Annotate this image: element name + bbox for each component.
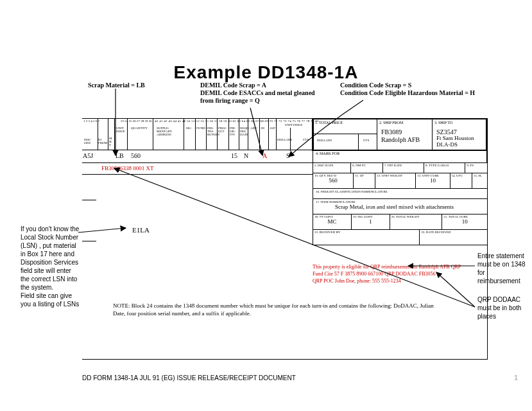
lbl-doc-oer: DOC OER [84, 138, 91, 144]
rb-row-1: 5. DOC DATE 6. NM FC 7. FRT RATE 8. TYPE… [313, 163, 487, 173]
cell-ty-cont: 18. TY CONTMC [313, 214, 352, 229]
reimbursement-statement: This property is eligible for QRP reimbu… [313, 263, 487, 284]
page-number: 1 [514, 374, 518, 381]
lbl-cts: CTS [303, 138, 309, 141]
doc-number-row: FB30566338 0001 XT [82, 163, 313, 175]
header-row: 1 2 3 4 5 6 7 23 24 25 26 27 28 29 30 40… [82, 118, 487, 150]
callout-scrap-material: Scrap Material = LB [88, 82, 145, 89]
val-lb: LB [116, 152, 124, 159]
right-detail-block: 5. DOC DATE 6. NM FC 7. FRT RATE 8. TYPE… [313, 163, 487, 245]
cell-type-cargo: 8. TYPE CARGO [424, 163, 465, 173]
left-stub-1 [82, 175, 96, 200]
lbl-reqd: REQD DEL DATE [240, 127, 249, 136]
val-item-nomen: Scrap Metal, iron and steel mixed with a… [316, 204, 485, 210]
cell-total-weight: 20. TOTAL WEIGHT [390, 214, 443, 229]
lbl-cts2: CTS [363, 139, 369, 142]
val-ship-from-code: FB3089 [381, 128, 402, 136]
cell-unit-weight: 12. UNIT WEIGHT [375, 173, 416, 188]
cell-received-by: 22. RECEIVED BY [313, 230, 420, 245]
mark-for-box: 4. MARK FOR [313, 150, 487, 163]
cell-item-nomen: 17. ITEM NOMENCLATURE Scrap Metal, iron … [313, 199, 487, 214]
val-qty: 560 [131, 152, 141, 159]
val-a5j: A5J [83, 152, 93, 159]
rb-row-6: 22. RECEIVED BY 23. DATE RECEIVED [313, 230, 487, 245]
val-ship-to-extra: DLA-DS [436, 141, 458, 148]
lbl-op: O/P [270, 127, 275, 130]
lbl-qty: QUANTITY [131, 127, 148, 130]
form-footer: DD FORM 1348-1A JUL 91 (EG) ISSUE RELEAS… [82, 374, 296, 381]
rb-row-2: 10. QTY. REC'D560 11. UP 12. UNIT WEIGHT… [313, 173, 487, 189]
cell-nmfc: 6. NM FC [351, 163, 382, 173]
col-nums-mid: 23 24 25 26 27 28 29 30 [121, 119, 152, 123]
lbl-dollars: DOLLARS [277, 138, 292, 141]
cell-ps: 9. PS [465, 163, 487, 173]
lbl-ri2: RI [261, 127, 264, 130]
lbl-ri-from: R1 FROM [98, 138, 107, 144]
lbl-total-price: 1. TOTAL PRICE [315, 121, 343, 125]
left-stub-2 [82, 216, 96, 241]
side-note-lsn: If you don't know the Local Stock Number… [21, 225, 80, 308]
val-e1la: E1LA [132, 226, 150, 234]
lbl-pri: PRI- OR- ITY [230, 127, 236, 136]
stmt-line-3: QRP POC John Doe, phone: 555 555-1234 [313, 277, 487, 284]
lbl-ui: UNIT ISSUE [116, 127, 125, 133]
val-ship-from-base: Randolph AFB [381, 136, 420, 143]
val-doc-number: FB30566338 0001 XT [101, 165, 154, 171]
cell-freight-class: 16. FREIGHT CLASSIFICATION NOMENCLATURE [313, 189, 487, 199]
lbl-proj: PROJ- ECT [218, 127, 227, 133]
val-a: A [262, 152, 267, 159]
val-ship-to-base: Ft Sam Houston [436, 135, 474, 141]
lbl-ship-from: 2. SHIP FROM [379, 121, 403, 125]
cell-up: 11. UP [354, 173, 375, 188]
cell-total-cube: 21. TOTAL CUBE10 [442, 214, 487, 229]
lbl-unit-price: UNIT PRICE [285, 123, 302, 127]
val-n: N [244, 152, 248, 159]
val-15: 15 [231, 152, 237, 159]
cell-qty-recd: 10. QTY. REC'D560 [313, 173, 354, 188]
col-nums-right: 40 41 42 43 44 45 46 50 51 52 53 55 56 5… [155, 119, 319, 123]
stmt-line-2: Fund Cite 57 F 3875 8900 667100 QRP DODA… [313, 270, 487, 277]
cell-unit-cube: 13. UNIT CUBE10 [416, 173, 450, 188]
stmt-line-1: This property is eligible for QRP reimbu… [313, 263, 487, 270]
cell-frt-rate: 7. FRT RATE [383, 163, 424, 173]
lbl-suppl: SUPPLE- MENTARY ADDRESS [157, 127, 172, 136]
lbl-fund: FUND [196, 127, 205, 130]
main-values-row: A5J LB 560 15 N A S [82, 150, 313, 163]
cell-ufc: 14. UFC [450, 173, 472, 188]
lbl-ms: M & S [109, 137, 112, 146]
cell-no-cont: 19. NO. CONT1 [352, 214, 390, 229]
lbl-sig: SIG [186, 127, 191, 130]
cell-sl: 15. SL [472, 173, 487, 188]
dd1348-form: 1 2 3 4 5 6 7 23 24 25 26 27 28 29 30 40… [82, 118, 488, 360]
callout-demil-code: DEMIL Code Scrap = A DEMIL Code ESACCs a… [200, 82, 315, 105]
callout-condition-code: Condition Code Scrap = S Condition Code … [340, 82, 475, 97]
page-title: Example DD1348-1A [0, 62, 532, 83]
val-s: S [286, 152, 290, 159]
lbl-ship-to: 3. SHIP TO [434, 121, 452, 125]
lbl-dollars2: DOLLARS [317, 139, 332, 142]
note-block: NOTE: Block 24 contains the 1348 documen… [113, 302, 434, 317]
cell-doc-date: 5. DOC DATE [313, 163, 351, 173]
lbl-adv: ADV [250, 127, 257, 130]
cell-date-received: 23. DATE RECEIVED [420, 230, 487, 245]
right-top-block: 1. TOTAL PRICE DOLLARS CTS 2. SHIP FROM … [312, 119, 486, 151]
rb-row-5: 18. TY CONTMC 19. NO. CONT1 20. TOTAL WE… [313, 214, 487, 230]
